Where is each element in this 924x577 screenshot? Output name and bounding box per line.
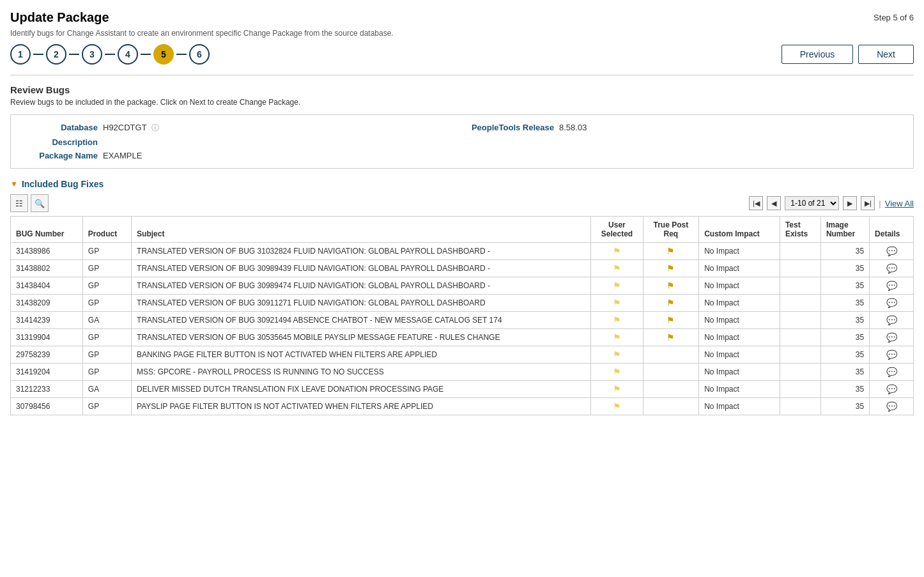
table-row: 31319904 GP TRANSLATED VERSION OF BUG 30… bbox=[11, 329, 914, 346]
cell-details[interactable]: 💬 bbox=[870, 295, 914, 312]
cell-details[interactable]: 💬 bbox=[870, 398, 914, 415]
cell-true-post-req[interactable]: ⚑ bbox=[643, 260, 699, 277]
cell-user-selected[interactable]: ⚑ bbox=[591, 312, 643, 329]
flag-light-icon[interactable]: ⚑ bbox=[613, 350, 621, 360]
flag-yellow-icon[interactable]: ⚑ bbox=[666, 298, 675, 308]
previous-button[interactable]: Previous bbox=[782, 45, 853, 64]
included-bugs-title: Included Bug Fixes bbox=[22, 179, 104, 189]
cell-user-selected[interactable]: ⚑ bbox=[591, 277, 643, 295]
step-5[interactable]: 5 bbox=[153, 44, 174, 65]
flag-light-icon[interactable]: ⚑ bbox=[613, 298, 621, 308]
first-page-button[interactable]: |◀ bbox=[749, 196, 763, 210]
cell-details[interactable]: 💬 bbox=[870, 243, 914, 260]
search-icon[interactable]: 🔍 bbox=[31, 194, 49, 212]
col-subject: Subject bbox=[132, 217, 591, 243]
flag-light-icon[interactable]: ⚑ bbox=[613, 367, 621, 377]
cell-details[interactable]: 💬 bbox=[870, 346, 914, 364]
database-info-icon[interactable]: ⓘ bbox=[151, 123, 159, 132]
cell-test-exists bbox=[780, 346, 820, 364]
prev-page-button[interactable]: ◀ bbox=[767, 196, 781, 210]
col-true-post-req: True PostReq bbox=[643, 217, 699, 243]
comment-icon[interactable]: 💬 bbox=[886, 350, 897, 360]
cell-user-selected[interactable]: ⚑ bbox=[591, 260, 643, 277]
cell-custom-impact: No Impact bbox=[699, 260, 780, 277]
step-connector-4 bbox=[141, 54, 151, 55]
cell-user-selected[interactable]: ⚑ bbox=[591, 329, 643, 346]
step-4[interactable]: 4 bbox=[118, 44, 138, 65]
comment-icon[interactable]: 💬 bbox=[886, 384, 897, 394]
flag-light-icon[interactable]: ⚑ bbox=[613, 315, 621, 325]
step-1[interactable]: 1 bbox=[10, 44, 31, 65]
page-select[interactable]: 1-10 of 21 bbox=[785, 196, 839, 210]
separator: | bbox=[879, 199, 881, 208]
cell-subject: DELIVER MISSED DUTCH TRANSLATION FIX LEA… bbox=[132, 381, 591, 398]
cell-user-selected[interactable]: ⚑ bbox=[591, 398, 643, 415]
flag-yellow-icon[interactable]: ⚑ bbox=[666, 263, 675, 273]
cell-true-post-req[interactable]: ⚑ bbox=[643, 329, 699, 346]
review-bugs-desc: Review bugs to be included in the packag… bbox=[10, 98, 914, 107]
package-name-label: Package Name bbox=[21, 151, 98, 160]
comment-icon[interactable]: 💬 bbox=[886, 246, 897, 256]
cell-bug-number: 31438404 bbox=[11, 277, 83, 295]
flag-light-icon[interactable]: ⚑ bbox=[613, 384, 621, 394]
next-page-button[interactable]: ▶ bbox=[843, 196, 857, 210]
flag-light-icon[interactable]: ⚑ bbox=[613, 401, 621, 412]
flag-light-icon[interactable]: ⚑ bbox=[613, 263, 621, 273]
col-bug-number: BUG Number bbox=[11, 217, 83, 243]
cell-true-post-req[interactable] bbox=[643, 381, 699, 398]
cell-user-selected[interactable]: ⚑ bbox=[591, 364, 643, 381]
step-6[interactable]: 6 bbox=[189, 44, 210, 65]
cell-product: GP bbox=[82, 346, 131, 364]
cell-custom-impact: No Impact bbox=[699, 346, 780, 364]
cell-details[interactable]: 💬 bbox=[870, 364, 914, 381]
cell-user-selected[interactable]: ⚑ bbox=[591, 243, 643, 260]
page-header: Update Package Step 5 of 6 bbox=[10, 10, 914, 25]
flag-yellow-icon[interactable]: ⚑ bbox=[666, 246, 675, 256]
cell-true-post-req[interactable] bbox=[643, 346, 699, 364]
comment-icon[interactable]: 💬 bbox=[886, 401, 897, 412]
cell-details[interactable]: 💬 bbox=[870, 329, 914, 346]
cell-user-selected[interactable]: ⚑ bbox=[591, 295, 643, 312]
columns-icon[interactable]: ☷ bbox=[10, 194, 28, 212]
cell-image-number: 35 bbox=[820, 295, 869, 312]
cell-bug-number: 29758239 bbox=[11, 346, 83, 364]
comment-icon[interactable]: 💬 bbox=[886, 298, 897, 308]
collapse-arrow-icon[interactable]: ▼ bbox=[10, 180, 18, 188]
step-3[interactable]: 3 bbox=[82, 44, 102, 65]
cell-bug-number: 31414239 bbox=[11, 312, 83, 329]
cell-product: GP bbox=[82, 243, 131, 260]
cell-image-number: 35 bbox=[820, 381, 869, 398]
cell-true-post-req[interactable]: ⚑ bbox=[643, 312, 699, 329]
last-page-button[interactable]: ▶| bbox=[861, 196, 875, 210]
flag-yellow-icon[interactable]: ⚑ bbox=[666, 332, 675, 342]
cell-image-number: 35 bbox=[820, 364, 869, 381]
cell-details[interactable]: 💬 bbox=[870, 312, 914, 329]
flag-light-icon[interactable]: ⚑ bbox=[613, 332, 621, 342]
flag-light-icon[interactable]: ⚑ bbox=[613, 281, 621, 291]
cell-image-number: 35 bbox=[820, 398, 869, 415]
cell-details[interactable]: 💬 bbox=[870, 277, 914, 295]
view-all-link[interactable]: View All bbox=[885, 199, 914, 208]
comment-icon[interactable]: 💬 bbox=[886, 332, 897, 342]
cell-user-selected[interactable]: ⚑ bbox=[591, 346, 643, 364]
step-2[interactable]: 2 bbox=[46, 44, 66, 65]
cell-test-exists bbox=[780, 295, 820, 312]
next-button[interactable]: Next bbox=[858, 45, 914, 64]
cell-true-post-req[interactable] bbox=[643, 364, 699, 381]
cell-true-post-req[interactable]: ⚑ bbox=[643, 277, 699, 295]
cell-details[interactable]: 💬 bbox=[870, 260, 914, 277]
cell-true-post-req[interactable]: ⚑ bbox=[643, 295, 699, 312]
cell-user-selected[interactable]: ⚑ bbox=[591, 381, 643, 398]
cell-true-post-req[interactable]: ⚑ bbox=[643, 243, 699, 260]
cell-details[interactable]: 💬 bbox=[870, 381, 914, 398]
cell-custom-impact: No Impact bbox=[699, 295, 780, 312]
comment-icon[interactable]: 💬 bbox=[886, 281, 897, 291]
flag-yellow-icon[interactable]: ⚑ bbox=[666, 281, 675, 291]
comment-icon[interactable]: 💬 bbox=[886, 315, 897, 325]
cell-true-post-req[interactable] bbox=[643, 398, 699, 415]
cell-bug-number: 31438986 bbox=[11, 243, 83, 260]
flag-light-icon[interactable]: ⚑ bbox=[613, 246, 621, 256]
flag-yellow-icon[interactable]: ⚑ bbox=[666, 315, 675, 325]
comment-icon[interactable]: 💬 bbox=[886, 263, 897, 273]
comment-icon[interactable]: 💬 bbox=[886, 367, 897, 377]
